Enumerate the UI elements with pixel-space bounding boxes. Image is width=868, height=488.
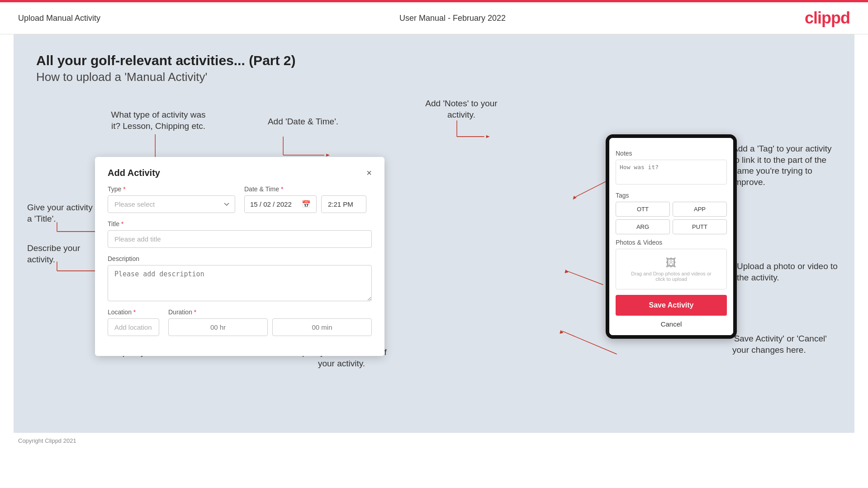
- description-input[interactable]: [108, 265, 372, 301]
- tags-grid: OTT APP ARG PUTT: [616, 202, 727, 234]
- upload-box[interactable]: 🖼 Drag and Drop photos and videos or cli…: [616, 249, 727, 289]
- photos-section: Photos & Videos 🖼 Drag and Drop photos a…: [616, 239, 727, 289]
- date-input[interactable]: [250, 200, 300, 208]
- tag-ott[interactable]: OTT: [616, 202, 670, 217]
- type-select[interactable]: Please select: [108, 195, 235, 213]
- type-label: Type *: [108, 185, 235, 193]
- svg-line-23: [566, 271, 603, 285]
- svg-marker-5: [326, 154, 330, 156]
- svg-marker-26: [560, 330, 563, 334]
- description-label: Description: [108, 255, 372, 262]
- duration-inputs: [168, 318, 372, 336]
- annotation-save-cancel: 'Save Activity' or 'Cancel' your changes…: [732, 333, 845, 355]
- tag-putt[interactable]: PUTT: [673, 219, 727, 234]
- dialog-header: Add Activity ×: [108, 168, 372, 178]
- add-activity-dialog: Add Activity × Type * Please select Date…: [95, 157, 384, 356]
- page-subtitle: How to upload a 'Manual Activity': [36, 70, 832, 84]
- top-bar: Upload Manual Activity User Manual - Feb…: [0, 2, 868, 34]
- annotation-activity-type: What type of activity was it? Lesson, Ch…: [109, 109, 208, 132]
- clippd-logo: clippd: [805, 9, 850, 27]
- page-title: All your golf-relevant activities... (Pa…: [36, 53, 832, 68]
- duration-hr-input[interactable]: [168, 318, 268, 336]
- page-breadcrumb: Upload Manual Activity: [18, 14, 100, 23]
- type-date-row: Type * Please select Date & Time * 📅: [108, 185, 372, 213]
- date-time-group: Date & Time * 📅: [244, 185, 372, 213]
- photos-section-label: Photos & Videos: [616, 239, 727, 246]
- calendar-icon: 📅: [302, 200, 311, 208]
- footer: Copyright Clippd 2021: [0, 433, 868, 449]
- annotation-tag: Add a 'Tag' to your activity to link it …: [732, 143, 841, 188]
- location-input[interactable]: [108, 318, 159, 336]
- tag-app[interactable]: APP: [673, 202, 727, 217]
- phone-mock: Notes Tags OTT APP ARG PUTT Photos & Vid…: [606, 134, 737, 339]
- location-group: Location *: [108, 308, 159, 336]
- upload-text: Drag and Drop photos and videos or click…: [623, 271, 719, 282]
- svg-marker-20: [486, 135, 490, 138]
- description-group: Description: [108, 255, 372, 301]
- notes-textarea[interactable]: [616, 160, 727, 185]
- annotation-date-time: Add 'Date & Time'.: [258, 116, 348, 128]
- date-input-wrapper: 📅: [244, 195, 317, 213]
- svg-marker-24: [564, 270, 568, 273]
- copyright: Copyright Clippd 2021: [18, 437, 76, 444]
- title-input[interactable]: [108, 230, 372, 248]
- tags-section-label: Tags: [616, 192, 727, 199]
- annotation-notes: Add 'Notes' to your activity.: [416, 98, 507, 120]
- dialog-title: Add Activity: [108, 168, 160, 178]
- annotation-upload: Upload a photo or video to the activity.: [737, 261, 841, 283]
- main-content: All your golf-relevant activities... (Pa…: [14, 35, 854, 433]
- location-label: Location *: [108, 308, 159, 316]
- manual-title: User Manual - February 2022: [399, 14, 506, 23]
- duration-group: Duration *: [168, 308, 372, 336]
- cancel-link[interactable]: Cancel: [616, 320, 727, 328]
- title-group: Title *: [108, 220, 372, 248]
- phone-inner: Notes Tags OTT APP ARG PUTT Photos & Vid…: [609, 138, 733, 335]
- annotation-describe: Describe your activity.: [27, 243, 100, 265]
- annotation-title: Give your activity a 'Title'.: [27, 202, 100, 224]
- location-duration-row: Location * Duration *: [108, 308, 372, 336]
- upload-icon: 🖼: [623, 256, 719, 269]
- duration-label: Duration *: [168, 308, 372, 316]
- save-activity-button[interactable]: Save Activity: [616, 295, 727, 316]
- title-label: Title *: [108, 220, 372, 227]
- date-time-label: Date & Time *: [244, 185, 372, 193]
- svg-marker-22: [573, 196, 577, 199]
- duration-min-input[interactable]: [272, 318, 372, 336]
- logo-area: clippd: [805, 9, 850, 28]
- tag-arg[interactable]: ARG: [616, 219, 670, 234]
- notes-section-label: Notes: [616, 150, 727, 157]
- close-button[interactable]: ×: [366, 168, 372, 178]
- time-input[interactable]: [321, 195, 366, 213]
- type-group: Type * Please select: [108, 185, 235, 213]
